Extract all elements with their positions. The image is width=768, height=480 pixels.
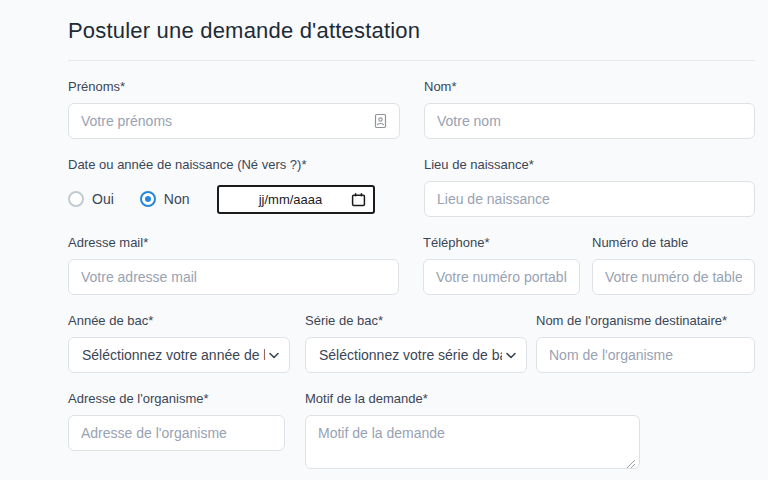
field-nom: Nom* xyxy=(424,78,755,139)
radio-oui-circle[interactable] xyxy=(68,191,84,207)
radio-option-non[interactable]: Non xyxy=(140,191,190,207)
date-naissance-label: Date ou année de naissance (Né vers ?)* xyxy=(68,156,400,174)
motif-textarea[interactable] xyxy=(306,416,639,468)
nom-input-box xyxy=(424,103,755,139)
field-adresse-mail: Adresse mail* xyxy=(68,234,399,295)
motif-textarea-box xyxy=(305,415,640,469)
row-bac-organisme: Année de bac* Séléctionnez votre année d… xyxy=(68,312,755,373)
chevron-down-icon xyxy=(269,352,279,359)
adresse-mail-label: Adresse mail* xyxy=(68,234,399,252)
page-title: Postuler une demande d'attestation xyxy=(68,16,755,46)
lieu-naissance-label: Lieu de naissance* xyxy=(424,156,755,174)
annee-bac-selected-text: Séléctionnez votre année de bac xyxy=(82,347,265,363)
prenoms-input-box xyxy=(68,103,400,139)
radio-non-label: Non xyxy=(164,191,190,207)
organisme-nom-input-box xyxy=(536,337,755,373)
numero-table-label: Numéro de table xyxy=(592,234,755,252)
serie-bac-select[interactable]: Séléctionnez votre série de bac xyxy=(305,337,527,373)
field-numero-table: Numéro de table xyxy=(592,234,755,295)
resize-grip-icon[interactable] xyxy=(626,455,636,465)
radio-oui-label: Oui xyxy=(92,191,114,207)
numero-table-input-box xyxy=(592,259,755,295)
prenoms-input[interactable] xyxy=(81,113,366,129)
radio-non-circle[interactable] xyxy=(140,191,156,207)
telephone-input[interactable] xyxy=(436,269,567,285)
chevron-down-icon xyxy=(506,352,516,359)
field-organisme-adresse: Adresse de l'organisme* xyxy=(68,390,285,469)
date-naissance-input[interactable]: jj/mm/aaaa xyxy=(217,185,375,214)
motif-label: Motif de la demande* xyxy=(305,390,640,408)
organisme-nom-input[interactable] xyxy=(549,347,742,363)
annee-bac-select[interactable]: Séléctionnez votre année de bac xyxy=(68,337,290,373)
autofill-contact-icon[interactable] xyxy=(374,113,387,129)
field-annee-bac: Année de bac* Séléctionnez votre année d… xyxy=(68,312,290,373)
field-motif: Motif de la demande* xyxy=(305,390,640,469)
row-adresse-motif: Adresse de l'organisme* Motif de la dema… xyxy=(68,390,755,469)
prenoms-label: Prénoms* xyxy=(68,78,400,96)
organisme-adresse-label: Adresse de l'organisme* xyxy=(68,390,285,408)
date-placeholder-text: jj/mm/aaaa xyxy=(229,192,351,207)
serie-bac-selected-text: Séléctionnez votre série de bac xyxy=(319,347,502,363)
nom-input[interactable] xyxy=(437,113,742,129)
telephone-input-box xyxy=(423,259,580,295)
field-telephone: Téléphone* xyxy=(423,234,580,295)
numero-table-input[interactable] xyxy=(605,269,742,285)
organisme-adresse-input-box xyxy=(68,415,285,451)
organisme-nom-label: Nom de l'organisme destinataire* xyxy=(536,312,755,330)
annee-bac-label: Année de bac* xyxy=(68,312,290,330)
calendar-icon[interactable] xyxy=(351,192,366,207)
lieu-naissance-input[interactable] xyxy=(437,191,742,207)
row-identite: Prénoms* Nom* xyxy=(68,78,755,139)
field-serie-bac: Série de bac* Séléctionnez votre série d… xyxy=(305,312,527,373)
row-naissance: Date ou année de naissance (Né vers ?)* … xyxy=(68,156,755,217)
field-prenoms: Prénoms* xyxy=(68,78,400,139)
radio-option-oui[interactable]: Oui xyxy=(68,191,114,207)
organisme-adresse-input[interactable] xyxy=(81,425,272,441)
field-date-naissance: Date ou année de naissance (Né vers ?)* … xyxy=(68,156,400,217)
ne-vers-radio-group: Oui Non jj/mm/aaaa xyxy=(68,181,400,217)
telephone-label: Téléphone* xyxy=(423,234,580,252)
adresse-mail-input[interactable] xyxy=(81,269,386,285)
serie-bac-label: Série de bac* xyxy=(305,312,527,330)
field-organisme-nom: Nom de l'organisme destinataire* xyxy=(536,312,755,373)
field-lieu-naissance: Lieu de naissance* xyxy=(424,156,755,217)
nom-label: Nom* xyxy=(424,78,755,96)
title-divider xyxy=(68,60,755,61)
attestation-form: Postuler une demande d'attestation Préno… xyxy=(68,0,755,469)
lieu-naissance-input-box xyxy=(424,181,755,217)
row-contact: Adresse mail* Téléphone* Numéro de table xyxy=(68,234,755,295)
adresse-mail-input-box xyxy=(68,259,399,295)
